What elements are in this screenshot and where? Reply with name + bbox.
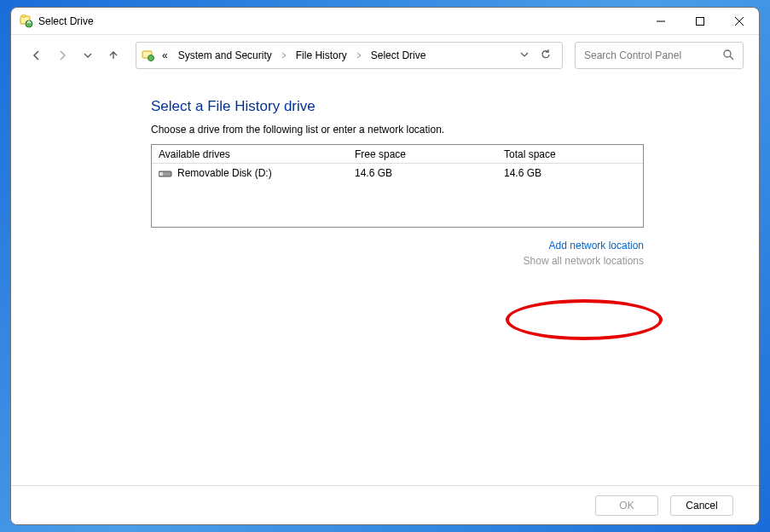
column-header-drives[interactable]: Available drives [152,148,348,160]
navigation-toolbar: « System and Security File History Selec… [11,35,759,76]
window-controls [641,8,759,35]
drive-name: Removable Disk (D:) [177,167,272,179]
svg-rect-12 [159,172,163,176]
ok-button[interactable]: OK [595,495,658,516]
drive-total-cell: 14.6 GB [497,167,642,179]
maximize-button[interactable] [680,8,720,35]
forward-button[interactable] [52,45,72,66]
breadcrumb-segment[interactable]: Select Drive [368,48,430,63]
removable-disk-icon [159,169,172,177]
table-row[interactable]: Removable Disk (D:) 14.6 GB 14.6 GB [152,164,643,182]
drive-free-cell: 14.6 GB [348,167,497,179]
annotation-ellipse [506,299,663,340]
show-all-network-locations-link[interactable]: Show all network locations [151,253,644,269]
chevron-right-icon [354,51,364,61]
svg-rect-1 [22,14,26,17]
drive-list: Available drives Free space Total space … [151,144,644,228]
close-button[interactable] [720,8,759,35]
cancel-button[interactable]: Cancel [670,495,733,516]
minimize-button[interactable] [641,8,680,35]
action-links: Add network location Show all network lo… [151,228,644,269]
address-dropdown-icon[interactable] [519,49,530,62]
drive-name-cell: Removable Disk (D:) [152,167,348,179]
titlebar: Select Drive [11,8,759,35]
page-heading: Select a File History drive [151,98,742,115]
breadcrumb-segment[interactable]: System and Security [175,48,275,63]
back-button[interactable] [26,45,47,66]
breadcrumb-prefix: « [159,48,171,63]
column-header-free[interactable]: Free space [348,148,497,160]
app-icon [20,14,33,28]
search-input[interactable] [584,49,722,61]
svg-line-10 [730,56,733,60]
search-box[interactable] [575,42,744,69]
window-title: Select Drive [38,15,94,27]
svg-point-9 [724,50,731,57]
column-header-total[interactable]: Total space [497,148,642,160]
content-area: Select a File History drive Choose a dri… [11,76,759,485]
svg-rect-4 [697,17,704,25]
up-button[interactable] [103,45,124,66]
address-bar[interactable]: « System and Security File History Selec… [136,42,563,69]
svg-point-8 [148,55,154,61]
control-panel-window: Select Drive [10,7,760,525]
refresh-icon[interactable] [540,49,552,63]
recent-dropdown-icon[interactable] [78,45,98,66]
search-icon[interactable] [722,49,734,63]
folder-icon [142,49,155,62]
dialog-footer: OK Cancel [11,485,759,524]
breadcrumb-segment[interactable]: File History [292,48,350,63]
table-header: Available drives Free space Total space [152,145,643,164]
add-network-location-link[interactable]: Add network location [151,238,644,253]
chevron-right-icon [279,51,289,61]
page-subtext: Choose a drive from the following list o… [151,124,742,136]
